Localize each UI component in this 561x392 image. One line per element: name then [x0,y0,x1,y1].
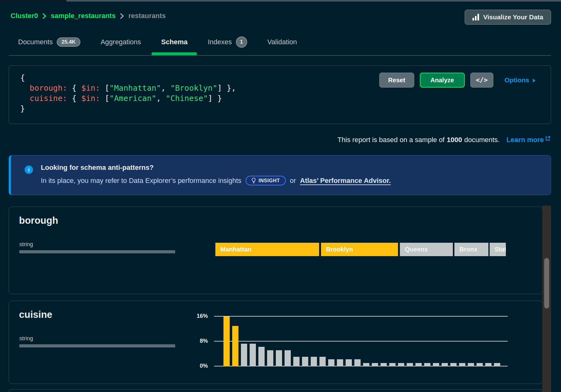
scrollbar-thumb[interactable] [544,258,549,308]
cuisine-bar[interactable] [485,363,491,366]
borough-bar-manhattan[interactable]: Manhattan [215,243,319,256]
triangle-right-icon [532,78,536,83]
tab-label: Aggregations [101,38,141,46]
banner-body-text: In its place, you may refer to Data Expl… [41,177,242,185]
code-brackets-icon: </> [476,76,488,84]
cuisine-bar[interactable] [302,357,308,366]
borough-bar-brooklyn[interactable]: Brooklyn [321,243,398,256]
cuisine-bar[interactable] [346,359,352,366]
field-type-probability-bar [19,250,175,253]
field-type[interactable]: string [19,241,33,248]
borough-bar-label: Staten Island [495,246,506,253]
tab-schema[interactable]: Schema [161,38,187,46]
scrollbar-track[interactable] [542,206,551,392]
insight-banner: i Looking for schema anti-patterns? In i… [9,155,551,195]
axis-tick-label: 8% [186,338,208,344]
cuisine-bar[interactable] [250,344,256,366]
cuisine-bar[interactable] [468,363,474,366]
sample-note: This report is based on a sample of 1000… [338,136,550,144]
cuisine-bar[interactable] [311,357,317,366]
banner-conjunction: or [290,177,296,185]
query-code-line: { [20,73,236,83]
cuisine-bar[interactable] [433,363,439,366]
visualize-your-data-button[interactable]: Visualize Your Data [465,10,551,25]
borough-bar-label: Manhattan [220,246,252,253]
lightbulb-icon [252,178,256,184]
cuisine-bar[interactable] [276,350,282,366]
tab-count-badge: 1 [236,36,247,48]
next-field-card-edge [9,389,543,392]
info-icon: i [25,165,33,174]
borough-bar-staten-island[interactable]: Staten Island [490,243,506,256]
cuisine-bar[interactable] [258,347,265,366]
performance-advisor-link[interactable]: Atlas’ Performance Advisor. [300,177,391,185]
schema-field-card-borough: borough string ManhattanBrooklynQueensBr… [9,207,543,294]
axis-tick-label: 0% [186,363,208,369]
breadcrumb-database-link[interactable]: sample_restaurants [51,12,116,20]
collection-tabs: Documents25.4KAggregationsSchemaIndexes1… [18,34,297,50]
borough-bar-queens[interactable]: Queens [400,243,453,256]
cuisine-bar[interactable] [267,350,273,366]
options-label: Options [505,76,529,84]
query-code-line: } [20,103,236,114]
query-code-line: cuisine: { $in: ["American", "Chinese"] … [20,93,236,103]
borough-bar-bronx[interactable]: Bronx [454,243,488,256]
cuisine-bar[interactable] [285,350,291,366]
query-actions: Reset Analyze </> Options [379,73,536,88]
external-link-icon [545,136,550,141]
cuisine-histogram: 16%8%0% [9,301,542,384]
breadcrumb-collection: restaurants [128,12,166,20]
cuisine-bar[interactable] [407,363,413,366]
insight-badge[interactable]: INSIGHT [246,176,286,185]
tab-validation[interactable]: Validation [267,38,297,46]
reset-button[interactable]: Reset [379,73,414,88]
cuisine-bar[interactable] [442,363,448,366]
tab-count-badge: 25.4K [57,37,80,47]
cuisine-bar[interactable] [241,344,247,366]
cuisine-bar[interactable] [319,357,326,366]
tab-aggregations[interactable]: Aggregations [101,38,141,46]
code-toggle-button[interactable]: </> [470,73,493,88]
sample-note-prefix: This report is based on a sample of [338,136,445,144]
query-bar: { borough: { $in: ["Manhattan", "Brookly… [9,65,551,124]
borough-bar-label: Bronx [459,246,477,253]
tabs-divider [9,55,551,56]
cuisine-bar[interactable] [494,363,500,366]
cuisine-bar[interactable] [232,326,238,366]
sample-count: 1000 [447,136,462,144]
cuisine-bar[interactable] [354,359,361,366]
cuisine-bar[interactable] [223,317,230,366]
cuisine-bar[interactable] [477,363,483,366]
bar-chart-icon [472,14,479,21]
field-name: borough [19,215,58,226]
cuisine-bar[interactable] [337,359,343,366]
analyze-button[interactable]: Analyze [420,73,465,88]
query-code-line: borough: { $in: ["Manhattan", "Brooklyn"… [20,83,236,93]
cuisine-bar[interactable] [363,363,369,366]
tab-label: Validation [267,38,297,46]
insight-badge-label: INSIGHT [259,178,280,184]
cuisine-bar[interactable] [389,363,396,366]
visualize-label: Visualize Your Data [483,13,543,21]
cuisine-bar[interactable] [415,363,422,366]
cuisine-bars [223,317,500,366]
cuisine-bar[interactable] [328,359,334,366]
options-link[interactable]: Options [505,76,536,84]
cuisine-bar[interactable] [381,363,387,366]
learn-more-link[interactable]: Learn more [506,136,550,144]
breadcrumb-cluster-link[interactable]: Cluster0 [11,12,38,20]
window-top-edge [0,0,561,2]
borough-bar-label: Brooklyn [326,246,353,253]
tab-label: Schema [161,38,187,46]
cuisine-bar[interactable] [450,363,457,366]
tab-label: Documents [18,38,53,46]
cuisine-bar[interactable] [372,363,378,366]
tab-documents[interactable]: Documents25.4K [18,37,80,47]
cuisine-bar[interactable] [293,357,300,366]
cuisine-bar[interactable] [398,363,404,366]
cuisine-bar[interactable] [459,363,465,366]
query-editor[interactable]: { borough: { $in: ["Manhattan", "Brookly… [20,73,236,114]
schema-page: Cluster0 sample_restaurants restaurants … [0,0,561,392]
tab-indexes[interactable]: Indexes1 [208,36,247,48]
cuisine-bar[interactable] [424,363,430,366]
